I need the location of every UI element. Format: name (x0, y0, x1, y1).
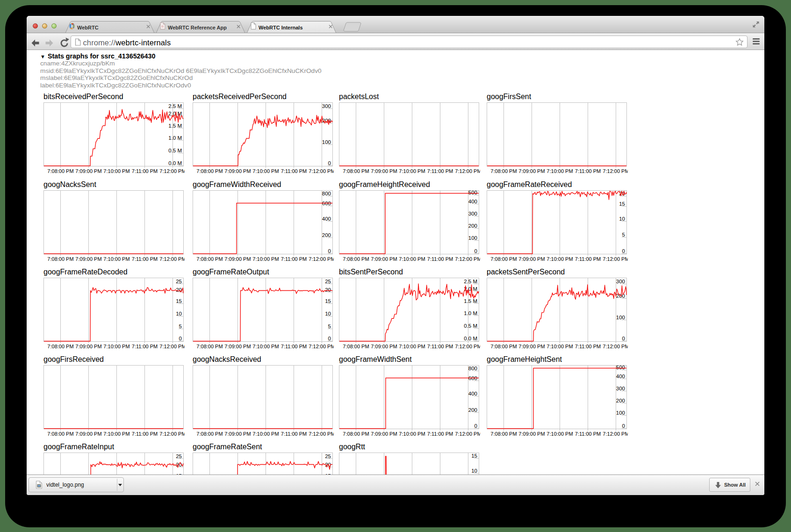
svg-text:7:09:00 PM: 7:09:00 PM (371, 431, 397, 437)
svg-text:7:08:00 PM: 7:08:00 PM (47, 344, 73, 349)
svg-text:300: 300 (616, 279, 625, 284)
svg-text:7:08:00 PM: 7:08:00 PM (490, 344, 517, 349)
svg-text:15: 15 (176, 298, 182, 304)
svg-text:7:09:00 PM: 7:09:00 PM (518, 344, 545, 349)
svg-text:25: 25 (325, 278, 331, 284)
svg-text:1.5 M: 1.5 M (168, 123, 182, 129)
svg-text:5: 5 (179, 324, 182, 329)
svg-text:7:10:00 PM: 7:10:00 PM (547, 256, 573, 262)
svg-text:7:08:00 PM: 7:08:00 PM (343, 256, 369, 262)
svg-text:7:08:00 PM: 7:08:00 PM (490, 256, 517, 262)
svg-text:7:11:00 PM: 7:11:00 PM (427, 168, 453, 174)
svg-text:7:12:00 PM: 7:12:00 PM (159, 431, 185, 437)
svg-text:0: 0 (328, 336, 331, 341)
svg-text:7:12:00 PM: 7:12:00 PM (309, 256, 334, 262)
svg-text:7:10:00 PM: 7:10:00 PM (399, 344, 425, 349)
svg-text:25: 25 (176, 453, 182, 459)
svg-text:100: 100 (468, 235, 477, 241)
svg-text:500: 500 (616, 365, 625, 370)
svg-text:7:09:00 PM: 7:09:00 PM (371, 168, 397, 174)
svg-text:7:08:00 PM: 7:08:00 PM (47, 256, 73, 262)
svg-text:7:09:00 PM: 7:09:00 PM (75, 168, 101, 174)
svg-text:7:11:00 PM: 7:11:00 PM (132, 431, 158, 437)
svg-text:7:09:00 PM: 7:09:00 PM (224, 168, 251, 174)
svg-text:7:11:00 PM: 7:11:00 PM (132, 344, 158, 349)
svg-text:7:10:00 PM: 7:10:00 PM (399, 168, 425, 174)
svg-text:7:10:00 PM: 7:10:00 PM (252, 344, 279, 349)
svg-text:200: 200 (468, 223, 477, 229)
svg-text:2.5 M: 2.5 M (168, 103, 182, 109)
svg-text:7:12:00 PM: 7:12:00 PM (159, 168, 185, 174)
svg-text:7:11:00 PM: 7:11:00 PM (132, 168, 158, 174)
svg-text:400: 400 (468, 199, 477, 204)
svg-text:7:11:00 PM: 7:11:00 PM (575, 168, 601, 174)
svg-text:7:09:00 PM: 7:09:00 PM (75, 431, 101, 437)
svg-text:400: 400 (322, 216, 331, 222)
svg-text:7:08:00 PM: 7:08:00 PM (196, 168, 223, 174)
svg-text:25: 25 (176, 278, 182, 284)
svg-text:7:11:00 PM: 7:11:00 PM (281, 168, 307, 174)
svg-text:7:11:00 PM: 7:11:00 PM (427, 431, 453, 437)
svg-text:7:12:00 PM: 7:12:00 PM (159, 256, 185, 262)
svg-text:7:11:00 PM: 7:11:00 PM (575, 256, 601, 262)
svg-text:300: 300 (616, 386, 625, 391)
svg-text:7:09:00 PM: 7:09:00 PM (371, 256, 397, 262)
svg-text:7:12:00 PM: 7:12:00 PM (603, 256, 628, 262)
svg-text:7:11:00 PM: 7:11:00 PM (427, 256, 453, 262)
svg-text:7:09:00 PM: 7:09:00 PM (75, 344, 101, 349)
svg-text:7:09:00 PM: 7:09:00 PM (518, 256, 545, 262)
svg-text:10: 10 (619, 216, 625, 222)
svg-text:5: 5 (622, 232, 625, 237)
svg-text:7:12:00 PM: 7:12:00 PM (309, 344, 334, 349)
svg-text:2.5 M: 2.5 M (464, 279, 477, 284)
svg-text:800: 800 (322, 191, 331, 196)
svg-text:7:11:00 PM: 7:11:00 PM (575, 344, 601, 349)
svg-text:0: 0 (475, 248, 477, 253)
svg-text:20: 20 (325, 287, 331, 292)
svg-text:7:10:00 PM: 7:10:00 PM (399, 256, 425, 262)
svg-text:15: 15 (471, 453, 477, 459)
svg-text:7:09:00 PM: 7:09:00 PM (518, 431, 545, 437)
svg-text:7:12:00 PM: 7:12:00 PM (603, 431, 628, 437)
svg-text:100: 100 (616, 315, 625, 320)
svg-text:7:09:00 PM: 7:09:00 PM (224, 431, 251, 437)
svg-text:300: 300 (322, 103, 331, 109)
svg-text:0: 0 (179, 336, 182, 341)
svg-text:100: 100 (322, 139, 331, 145)
svg-text:10: 10 (325, 311, 331, 316)
svg-text:500: 500 (468, 190, 477, 195)
svg-text:7:11:00 PM: 7:11:00 PM (281, 344, 307, 349)
svg-text:7:09:00 PM: 7:09:00 PM (224, 344, 251, 349)
svg-text:200: 200 (322, 232, 331, 238)
svg-text:0.0 M: 0.0 M (464, 336, 477, 341)
svg-text:7:11:00 PM: 7:11:00 PM (132, 256, 158, 262)
svg-text:25: 25 (325, 453, 331, 459)
svg-text:7:10:00 PM: 7:10:00 PM (252, 431, 279, 437)
svg-text:WebRTC: WebRTC (77, 25, 99, 30)
svg-text:400: 400 (616, 374, 625, 379)
svg-text:200: 200 (468, 407, 477, 413)
svg-text:2.0 M: 2.0 M (168, 111, 182, 116)
svg-text:0.0 M: 0.0 M (168, 160, 182, 166)
svg-text:7:12:00 PM: 7:12:00 PM (455, 256, 480, 262)
svg-text:7:08:00 PM: 7:08:00 PM (47, 431, 73, 437)
svg-text:7:12:00 PM: 7:12:00 PM (603, 168, 628, 174)
svg-text:7:09:00 PM: 7:09:00 PM (518, 168, 545, 174)
svg-text:0: 0 (622, 335, 625, 341)
svg-text:7:08:00 PM: 7:08:00 PM (47, 168, 73, 174)
svg-text:7:12:00 PM: 7:12:00 PM (455, 344, 480, 349)
svg-text:7:11:00 PM: 7:11:00 PM (427, 344, 453, 349)
svg-text:7:10:00 PM: 7:10:00 PM (252, 256, 279, 262)
svg-text:0: 0 (328, 160, 331, 166)
svg-text:WebRTC Internals: WebRTC Internals (259, 25, 303, 30)
svg-text:7:10:00 PM: 7:10:00 PM (103, 344, 129, 349)
svg-text:7:08:00 PM: 7:08:00 PM (196, 256, 223, 262)
svg-text:7:12:00 PM: 7:12:00 PM (455, 431, 480, 437)
svg-text:800: 800 (468, 366, 477, 371)
svg-text:7:12:00 PM: 7:12:00 PM (309, 168, 334, 174)
svg-text:7:10:00 PM: 7:10:00 PM (103, 431, 129, 437)
svg-text:15: 15 (619, 201, 625, 207)
svg-text:7:09:00 PM: 7:09:00 PM (371, 344, 397, 349)
svg-text:10: 10 (176, 311, 182, 316)
svg-text:0.5 M: 0.5 M (464, 323, 477, 329)
